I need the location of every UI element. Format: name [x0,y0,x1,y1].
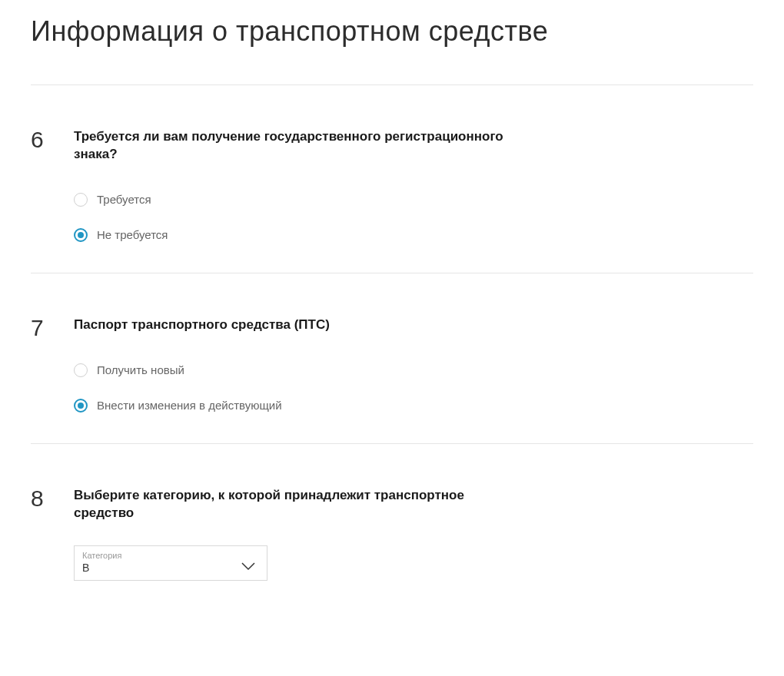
select-value: В [82,562,121,574]
radio-option-not-required[interactable]: Не требуется [74,228,504,242]
chevron-down-icon [241,562,259,574]
question-number-7: 7 [31,316,74,413]
radio-option-modify-existing[interactable]: Внести изменения в действующий [74,399,504,413]
question-title-6: Требуется ли вам получение государственн… [74,128,504,164]
radio-label: Не требуется [97,228,168,241]
question-title-7: Паспорт транспортного средства (ПТС) [74,316,504,334]
page-title: Информация о транспортном средстве [31,15,753,48]
question-7: 7 Паспорт транспортного средства (ПТС) П… [31,273,753,443]
question-body-7: Паспорт транспортного средства (ПТС) Пол… [74,316,504,413]
radio-icon [74,399,88,413]
question-number-8: 8 [31,487,74,581]
question-8: 8 Выберите категорию, к которой принадле… [31,444,753,611]
question-6: 6 Требуется ли вам получение государстве… [31,85,753,273]
radio-label: Внести изменения в действующий [97,399,282,412]
radio-list-6: Требуется Не требуется [74,187,504,242]
select-text: Категория В [82,551,121,574]
question-number-6: 6 [31,128,74,242]
radio-label: Получить новый [97,363,184,376]
radio-icon [74,363,88,377]
question-body-6: Требуется ли вам получение государственн… [74,128,504,242]
radio-option-required[interactable]: Требуется [74,193,504,207]
radio-icon [74,228,88,242]
select-label: Категория [82,551,121,560]
radio-option-get-new[interactable]: Получить новый [74,363,504,377]
radio-label: Требуется [97,193,151,206]
category-select[interactable]: Категория В [74,545,267,581]
question-body-8: Выберите категорию, к которой принадлежи… [74,487,504,581]
question-title-8: Выберите категорию, к которой принадлежи… [74,487,504,522]
radio-icon [74,193,88,207]
radio-list-7: Получить новый Внести изменения в действ… [74,357,504,413]
